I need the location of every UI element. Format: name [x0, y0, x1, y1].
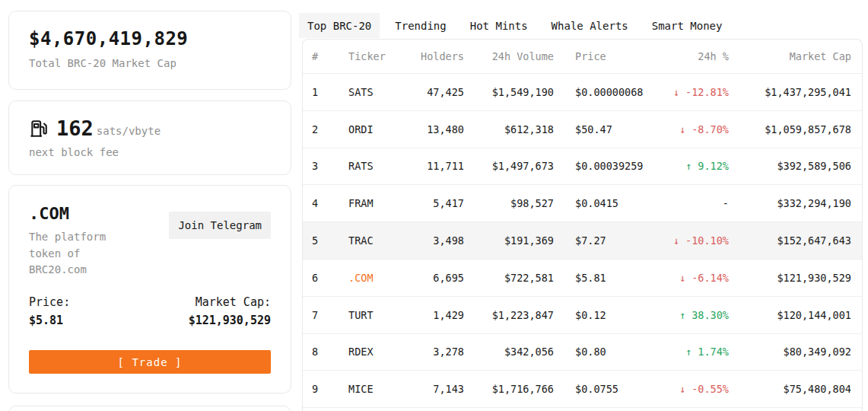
table-header: # Ticker Holders 24h Volume Price 24h % … — [303, 40, 862, 74]
cell-price: $0.0415 — [554, 197, 660, 209]
cell-volume: $98,527 — [464, 197, 554, 209]
total-market-cap-value: $4,670,419,829 — [29, 28, 271, 49]
cell-volume: $1,223,847 — [464, 309, 554, 321]
cell-change: ↑ 9.12% — [660, 160, 729, 172]
cell-ticker: RDEX — [348, 346, 417, 358]
token-market-cap-value: $121,930,529 — [189, 314, 271, 327]
block-fee-value: 162 — [56, 118, 94, 139]
table-row-turt[interactable]: 7 TURT 1,429 $1,223,847 $0.12 ↑ 38.30% $… — [303, 297, 862, 334]
table-row-rdex[interactable]: 8 RDEX 3,278 $342,056 $0.80 ↑ 1.74% $80,… — [303, 334, 862, 371]
cell-ticker: MICE — [348, 383, 417, 395]
cell-holders: 13,480 — [417, 123, 464, 135]
token-market-cap-label: Market Cap: — [189, 295, 271, 309]
cell-volume: $1,497,673 — [464, 160, 554, 172]
table-row-com[interactable]: 6 .COM 6,695 $722,581 $5.81 ↓ -6.14% $12… — [303, 260, 862, 297]
cell-change: ↓ -0.55% — [660, 383, 729, 395]
trade-button[interactable]: [ Trade ] — [29, 350, 271, 374]
cell-market-cap: $75,480,804 — [729, 383, 851, 395]
cell-volume: $722,581 — [464, 272, 554, 284]
cell-ticker: RATS — [348, 160, 417, 172]
cell-market-cap: $152,647,643 — [729, 234, 851, 247]
cell-ticker: TRAC — [348, 234, 417, 247]
col-header-change: 24h % — [660, 50, 729, 62]
cell-price: $0.12 — [554, 309, 660, 321]
cell-holders: 3,498 — [417, 234, 464, 247]
col-header-holders: Holders — [417, 50, 464, 62]
table-row-rats[interactable]: 3 RATS 11,711 $1,497,673 $0.00039259 ↑ 9… — [303, 148, 862, 186]
token-price-label: Price: — [29, 295, 70, 309]
cell-price: $7.27 — [554, 234, 660, 247]
cell-price: $0.00039259 — [554, 160, 660, 172]
cell-volume: $191,369 — [464, 234, 554, 247]
block-fee-label: next block fee — [29, 146, 271, 158]
cell-holders: 1,429 — [417, 309, 464, 321]
tab-whale-alerts[interactable]: Whale Alerts — [543, 13, 637, 38]
block-fee-unit: sats/vbyte — [97, 125, 161, 139]
table-row-ordi[interactable]: 2 ORDI 13,480 $612,318 $50.47 ↓ -8.70% $… — [303, 111, 862, 148]
cell-ticker: ORDI — [348, 123, 417, 135]
cell-price: $0.0755 — [554, 383, 660, 395]
fuel-pump-icon — [29, 119, 49, 139]
cell-change: ↑ 38.30% — [660, 309, 729, 321]
col-header-rank: # — [312, 50, 348, 62]
page: $4,670,419,829 Total BRC-20 Market Cap 1… — [0, 0, 868, 411]
cell-rank: 4 — [312, 197, 348, 209]
join-telegram-button[interactable]: Join Telegram — [169, 212, 271, 239]
cell-rank: 3 — [312, 160, 348, 172]
cell-change: ↑ 1.74% — [660, 346, 729, 358]
cell-volume: $1,549,190 — [464, 86, 554, 98]
block-fee-card: 162 sats/vbyte next block fee — [8, 100, 291, 175]
token-table: # Ticker Holders 24h Volume Price 24h % … — [302, 39, 863, 411]
total-market-cap-card: $4,670,419,829 Total BRC-20 Market Cap — [8, 11, 291, 90]
table-row-fram[interactable]: 4 FRAM 5,417 $98,527 $0.0415 - $332,294,… — [303, 185, 862, 222]
cell-price: $5.81 — [554, 272, 660, 284]
tab-hot-mints[interactable]: Hot Mints — [462, 13, 536, 38]
cell-price: $50.47 — [554, 123, 660, 135]
table-row-trac[interactable]: 5 TRAC 3,498 $191,369 $7.27 ↓ -10.10% $1… — [303, 222, 862, 260]
cell-rank: 8 — [312, 346, 348, 358]
cell-rank: 9 — [312, 383, 348, 395]
cell-rank: 1 — [312, 86, 348, 98]
cell-change: ↓ -12.81% — [660, 86, 729, 98]
tab-smart-money[interactable]: Smart Money — [644, 13, 731, 38]
cell-price: $0.00000068 — [554, 86, 660, 98]
col-header-ticker: Ticker — [348, 50, 417, 62]
cell-change: ↓ -10.10% — [660, 234, 729, 247]
cell-change: ↓ -8.70% — [660, 123, 729, 135]
cell-ticker: .COM — [348, 272, 417, 284]
token-description: The platform token of BRC20.com — [29, 229, 132, 279]
tab-trending[interactable]: Trending — [386, 13, 454, 38]
cell-market-cap: $120,144,001 — [729, 309, 851, 321]
total-market-cap-label: Total BRC-20 Market Cap — [29, 57, 271, 69]
token-price-value: $5.81 — [29, 314, 70, 327]
cell-rank: 7 — [312, 309, 348, 321]
cell-ticker: SATS — [348, 86, 417, 98]
tab-top-brc-20[interactable]: Top BRC-20 — [299, 13, 380, 38]
cell-ticker: FRAM — [348, 197, 417, 209]
cell-holders: 11,711 — [417, 160, 464, 172]
cell-holders: 7,143 — [417, 383, 464, 395]
cell-holders: 47,425 — [417, 86, 464, 98]
col-header-price: Price — [554, 50, 660, 62]
cell-volume: $612,318 — [464, 123, 554, 135]
cell-rank: 2 — [312, 123, 348, 135]
cell-ticker: TURT — [348, 309, 417, 321]
table-body: 1 SATS 47,425 $1,549,190 $0.00000068 ↓ -… — [303, 74, 862, 408]
cell-market-cap: $1,059,857,678 — [729, 123, 851, 135]
platform-token-card: .COM The platform token of BRC20.com Joi… — [8, 185, 291, 393]
cell-market-cap: $332,294,190 — [729, 197, 851, 209]
table-row-sats[interactable]: 1 SATS 47,425 $1,549,190 $0.00000068 ↓ -… — [303, 74, 862, 111]
cell-price: $0.80 — [554, 346, 660, 358]
cell-market-cap: $80,349,092 — [729, 346, 851, 358]
col-header-market-cap: Market Cap — [729, 50, 851, 62]
col-header-volume: 24h Volume — [464, 50, 554, 62]
table-row-mice[interactable]: 9 MICE 7,143 $1,716,766 $0.0755 ↓ -0.55%… — [303, 371, 862, 408]
cell-market-cap: $1,437,295,041 — [729, 86, 851, 98]
cell-volume: $342,056 — [464, 346, 554, 358]
cell-holders: 6,695 — [417, 272, 464, 284]
cell-holders: 5,417 — [417, 197, 464, 209]
token-title: .COM — [29, 204, 132, 223]
cell-rank: 5 — [312, 234, 348, 247]
cell-holders: 3,278 — [417, 346, 464, 358]
cell-volume: $1,716,766 — [464, 383, 554, 395]
